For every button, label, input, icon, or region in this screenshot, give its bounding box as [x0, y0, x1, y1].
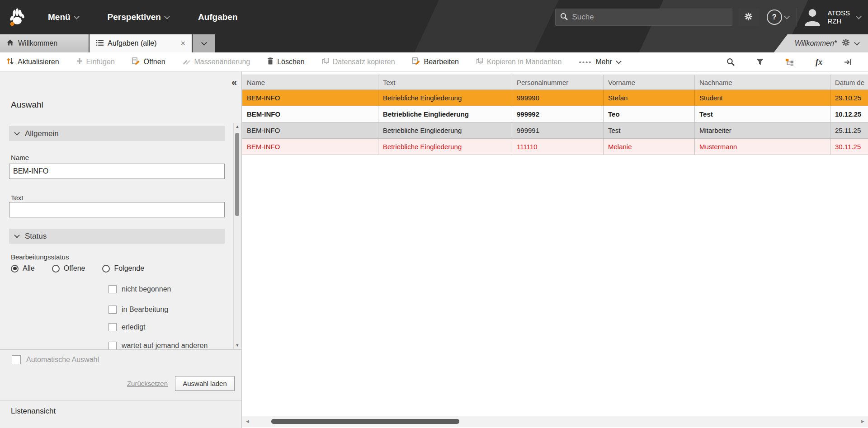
horizontal-scrollbar-thumb[interactable]	[271, 419, 459, 424]
column-header-vorname[interactable]: Vorname	[604, 75, 695, 89]
button-label: Massenänderung	[194, 58, 250, 66]
name-field[interactable]	[9, 164, 225, 179]
button-label: Datensatz kopieren	[333, 58, 395, 66]
refresh-button[interactable]: Aktualisieren	[6, 57, 59, 67]
table-row[interactable]: BEM-INFO Betriebliche Eingliederung 9999…	[242, 106, 868, 122]
button-label: Einfügen	[86, 58, 115, 66]
section-status-header[interactable]: Status	[9, 229, 225, 244]
checkbox-icon	[108, 323, 117, 331]
table-row[interactable]: BEM-INFO Betriebliche Eingliederung 9999…	[242, 90, 868, 106]
open-button[interactable]: Öffnen	[132, 57, 165, 67]
cell-text: Betriebliche Eingliederung	[378, 122, 512, 138]
selection-panel: « Auswahl Allgemein Name Text Status Bea…	[0, 72, 242, 428]
chevron-down-icon	[201, 40, 207, 46]
table-row[interactable]: BEM-INFO Betriebliche Eingliederung 1111…	[242, 139, 868, 155]
perspectives-label: Perspektiven	[108, 12, 161, 22]
listview-section-header[interactable]: Listenansicht	[11, 407, 56, 416]
atoss-hand-logo-icon[interactable]	[7, 7, 27, 27]
more-dots-icon: ••••	[579, 58, 592, 66]
panel-scrollbar[interactable]: ▲ ▼	[233, 123, 241, 349]
user-avatar[interactable]	[803, 7, 822, 28]
search-input[interactable]	[571, 12, 727, 22]
checkbox-wartet[interactable]: wartet auf jemand anderen	[108, 342, 208, 349]
cell-personalnummer: 999992	[512, 106, 604, 122]
cell-personalnummer: 999991	[512, 122, 604, 138]
table-header-row: Name Text Personalnummer Vorname Nachnam…	[242, 75, 868, 90]
column-header-name[interactable]: Name	[242, 75, 378, 89]
section-label: Status	[25, 232, 47, 241]
column-header-nachname[interactable]: Nachname	[695, 75, 830, 89]
radio-icon	[102, 265, 110, 273]
cell-datum: 10.12.25	[830, 106, 868, 122]
radio-alle[interactable]: Alle	[11, 264, 35, 273]
checkbox-icon	[12, 355, 21, 364]
radio-label: Folgende	[114, 264, 144, 273]
menu-label: Menü	[48, 12, 71, 22]
home-icon	[6, 39, 14, 48]
formula-icon[interactable]: fx	[816, 57, 822, 67]
cell-nachname: Student	[695, 90, 830, 106]
hierarchy-icon[interactable]	[785, 58, 794, 66]
table-search-icon[interactable]	[726, 58, 735, 66]
insert-button: Einfügen	[76, 58, 115, 66]
tab-aufgaben-alle[interactable]: Aufgaben (alle) ×	[90, 34, 192, 52]
column-header-text[interactable]: Text	[378, 75, 512, 89]
cell-datum: 29.10.25	[830, 90, 868, 106]
action-toolbar: Aktualisieren Einfügen Öffnen Massenände…	[0, 52, 868, 72]
more-button[interactable]: •••• Mehr	[579, 58, 620, 66]
radio-icon	[11, 265, 19, 273]
name-field-label: Name	[11, 154, 29, 161]
tab-list-dropdown[interactable]	[193, 34, 215, 52]
copy-record-button: Datensatz kopieren	[322, 57, 395, 66]
table-horizontal-scrollbar[interactable]: ◄ ►	[242, 416, 868, 427]
panel-scrollbar-thumb[interactable]	[235, 133, 239, 216]
help-button[interactable]: ?	[767, 9, 789, 25]
close-tab-icon[interactable]: ×	[180, 39, 185, 48]
settings-button[interactable]	[738, 9, 759, 26]
text-field[interactable]	[9, 202, 225, 217]
gear-icon	[842, 38, 850, 48]
column-header-personalnummer[interactable]: Personalnummer	[512, 75, 604, 89]
perspectives-button[interactable]: Perspektiven	[108, 12, 169, 22]
perspective-selector[interactable]: Willkommen*	[774, 34, 868, 52]
tab-label: Aufgaben (alle)	[108, 39, 157, 47]
gear-icon	[744, 12, 753, 23]
tasks-button[interactable]: Aufgaben	[198, 12, 238, 22]
edit-button[interactable]: Bearbeiten	[412, 57, 459, 67]
checkbox-in-bearbeitung[interactable]: in Bearbeitung	[108, 306, 168, 314]
section-allgemein-header[interactable]: Allgemein	[9, 126, 225, 141]
scroll-up-icon[interactable]: ▲	[234, 124, 241, 129]
selection-panel-footer: Automatische Auswahl Zurücksetzen Auswah…	[0, 349, 241, 428]
radio-offene[interactable]: Offene	[52, 264, 85, 273]
button-label: Aktualisieren	[18, 58, 59, 66]
load-selection-button[interactable]: Auswahl laden	[175, 376, 235, 391]
button-label: Mehr	[595, 58, 612, 66]
checkbox-nicht-begonnen[interactable]: nicht begonnen	[108, 285, 171, 293]
tab-willkommen[interactable]: Willkommen	[0, 34, 89, 52]
delete-button[interactable]: Löschen	[267, 57, 305, 66]
column-header-datum[interactable]: Datum de	[830, 75, 868, 89]
cell-name: BEM-INFO	[242, 139, 378, 155]
radio-folgende[interactable]: Folgende	[102, 264, 144, 273]
collapse-right-icon[interactable]	[844, 59, 852, 66]
checkbox-icon	[108, 285, 117, 293]
scroll-right-icon[interactable]: ►	[860, 419, 865, 424]
chevron-down-icon	[854, 40, 860, 46]
chevron-down-icon	[14, 232, 20, 238]
cell-name: BEM-INFO	[242, 106, 378, 122]
double-pencil-icon	[183, 57, 191, 66]
reset-link[interactable]: Zurücksetzen	[127, 380, 168, 387]
scroll-left-icon[interactable]: ◄	[245, 419, 250, 424]
checkbox-icon	[108, 342, 117, 349]
table-row[interactable]: BEM-INFO Betriebliche Eingliederung 9999…	[242, 122, 868, 139]
auto-select-checkbox[interactable]: Automatische Auswahl	[12, 355, 99, 364]
checkbox-erledigt[interactable]: erledigt	[108, 323, 145, 331]
user-org-label[interactable]: ATOSS RZH	[828, 9, 850, 25]
bearbeitungsstatus-label: Bearbeitungsstatus	[11, 253, 69, 261]
menu-button[interactable]: Menü	[48, 12, 79, 22]
filter-icon[interactable]	[756, 59, 764, 66]
scroll-down-icon[interactable]: ▼	[234, 343, 241, 348]
main-header: Menü Perspektiven Aufgaben	[0, 0, 868, 34]
chevron-down-icon	[74, 14, 80, 19]
panel-title: Auswahl	[11, 100, 43, 110]
